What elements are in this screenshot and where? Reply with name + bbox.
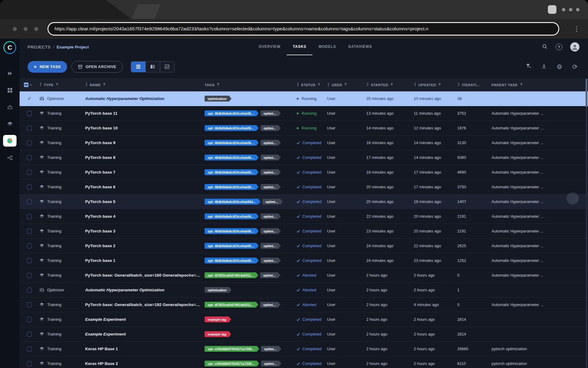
filter-icon[interactable] <box>520 83 523 87</box>
filter-icon[interactable] <box>344 83 347 87</box>
row-checkbox[interactable] <box>27 214 32 219</box>
row-checkbox-checked-icon[interactable]: ✓ <box>27 96 31 101</box>
row-checkbox[interactable] <box>27 347 32 351</box>
split-view-icon[interactable] <box>145 62 160 72</box>
table-row[interactable]: TrainingPyTorch base 11opt: 48db0b8a6c82… <box>20 106 588 121</box>
window-button-icon[interactable] <box>548 5 556 14</box>
download-icon[interactable] <box>541 63 547 70</box>
tab-overview[interactable]: OVERVIEW <box>252 39 287 55</box>
chart-view-icon[interactable] <box>160 62 174 72</box>
select-all-caret-icon[interactable]: ▾ <box>30 83 32 86</box>
sort-icon[interactable] <box>366 82 369 87</box>
sort-icon[interactable] <box>414 82 417 87</box>
row-checkbox[interactable] <box>27 332 32 337</box>
task-name[interactable]: PyTorch base 8 <box>85 155 115 160</box>
row-checkbox[interactable] <box>27 126 32 131</box>
column-header-status[interactable]: STATUS <box>296 82 327 87</box>
double-chevron-icon[interactable] <box>3 67 17 79</box>
pipelines-icon[interactable] <box>3 152 17 163</box>
tab-tasks[interactable]: TASKS <box>287 39 312 55</box>
task-name[interactable]: PyTorch base: General/batch_size=160 Gen… <box>85 273 203 278</box>
task-name[interactable]: Example Experiment <box>85 317 126 322</box>
table-view-icon[interactable] <box>131 62 145 72</box>
table-row[interactable]: TrainingPyTorch base 8opt: 48db0b8a6c824… <box>20 150 588 165</box>
sort-icon[interactable] <box>85 82 88 87</box>
row-checkbox[interactable] <box>27 302 32 307</box>
breadcrumb-current[interactable]: Example Project <box>57 45 89 49</box>
vertical-scrollbar[interactable] <box>586 78 587 368</box>
task-name[interactable]: Keras HP Base 1 <box>85 347 118 351</box>
table-row[interactable]: TrainingPyTorch base 3opt: 48db0b8a6c824… <box>20 224 588 239</box>
task-name[interactable]: PyTorch base 10 <box>85 126 118 130</box>
table-row[interactable]: OptimizerAutomatic Hyperparameter Optimi… <box>20 283 588 297</box>
table-row[interactable]: TrainingPyTorch base 10opt: 48db0b8a6c82… <box>20 121 588 136</box>
table-row[interactable]: TrainingPyTorch base 9opt: 48db0b8a6c824… <box>20 136 588 150</box>
row-checkbox[interactable] <box>27 273 32 278</box>
tab-models[interactable]: MODELS <box>312 39 342 55</box>
task-name[interactable]: PyTorch base 1 <box>85 258 115 263</box>
url-bar[interactable]: https://app.clear.ml/projects/2043a1657f… <box>47 22 559 36</box>
filter-icon[interactable] <box>317 83 321 87</box>
table-row[interactable]: TrainingPyTorch base: General/batch_size… <box>20 297 588 312</box>
task-name[interactable]: PyTorch base 6 <box>85 185 115 189</box>
task-name[interactable]: PyTorch base 9 <box>85 140 115 145</box>
filter-icon[interactable] <box>217 83 220 87</box>
row-checkbox[interactable] <box>27 243 32 248</box>
column-header-updated[interactable]: UPDATED <box>414 82 457 87</box>
task-name[interactable]: Automatic Hyperparameter Optimization <box>85 96 164 101</box>
task-name[interactable]: Automatic Hyperparameter Optimization <box>85 288 164 292</box>
breadcrumb-root[interactable]: PROJECTS <box>28 45 51 49</box>
row-checkbox[interactable] <box>27 185 32 190</box>
task-name[interactable]: PyTorch base 5 <box>85 199 115 204</box>
filter-reset-icon[interactable] <box>526 63 531 70</box>
select-all-checkbox[interactable] <box>24 82 28 87</box>
task-name[interactable]: Keras HP Base 2 <box>85 361 118 366</box>
sort-icon[interactable] <box>296 82 299 87</box>
filter-icon[interactable] <box>103 83 106 87</box>
row-checkbox[interactable] <box>27 317 32 322</box>
table-row[interactable]: TrainingPyTorch base: General/batch_size… <box>20 268 588 283</box>
help-icon[interactable]: ? <box>556 44 562 50</box>
column-header-started[interactable]: STARTED <box>366 82 414 87</box>
applications-icon[interactable] <box>3 135 17 147</box>
task-name[interactable]: PyTorch base 2 <box>85 243 115 248</box>
filter-icon[interactable] <box>438 83 441 87</box>
row-checkbox[interactable] <box>27 199 32 204</box>
table-row[interactable]: ✓OptimizerAutomatic Hyperparameter Optim… <box>20 91 588 106</box>
task-name[interactable]: Example Experiment <box>85 332 126 336</box>
task-name[interactable]: PyTorch base 3 <box>85 229 115 233</box>
task-name[interactable]: PyTorch base 4 <box>85 214 115 219</box>
browser-menu-icon[interactable]: ⋮ <box>573 25 580 32</box>
clearml-logo-icon[interactable]: C <box>3 41 16 54</box>
layers-icon[interactable] <box>3 118 17 130</box>
scroll-fab[interactable] <box>567 192 579 205</box>
row-checkbox[interactable] <box>27 361 32 366</box>
window-controls[interactable] <box>562 8 579 11</box>
row-checkbox[interactable] <box>27 229 32 234</box>
row-checkbox[interactable] <box>27 155 32 160</box>
task-name[interactable]: PyTorch base 11 <box>85 111 118 116</box>
column-header-parent-task[interactable]: PARENT TASK <box>492 83 588 87</box>
column-header-name[interactable]: NAME <box>85 82 205 87</box>
filter-icon[interactable] <box>55 83 59 87</box>
column-header-tags[interactable]: TAGS <box>205 83 296 87</box>
new-task-button[interactable]: + NEW TASK <box>28 61 67 73</box>
bot-icon[interactable] <box>3 101 17 113</box>
sort-icon[interactable] <box>327 82 330 87</box>
row-checkbox[interactable] <box>27 258 32 263</box>
task-name[interactable]: PyTorch base 7 <box>85 170 115 174</box>
filter-icon[interactable] <box>390 83 394 87</box>
table-row[interactable]: TrainingPyTorch base 4opt: 48db0b8a6c824… <box>20 209 588 224</box>
row-checkbox[interactable] <box>27 170 32 175</box>
table-row[interactable]: TrainingExample Experimentexample tagCom… <box>20 327 588 342</box>
column-header-type[interactable]: TYPE <box>39 82 85 87</box>
open-archive-button[interactable]: OPEN ARCHIVE <box>71 61 123 73</box>
settings-gear-icon[interactable]: ⚙ <box>557 63 563 70</box>
window-control-dots[interactable] <box>13 27 38 31</box>
avatar[interactable] <box>570 42 579 52</box>
table-row[interactable]: TrainingKeras HP Base 1opt: e205d684f795… <box>20 342 588 356</box>
tab-dataviews[interactable]: DATAVIEWS <box>342 39 378 55</box>
table-row[interactable]: TrainingKeras HP Base 2opt: e205d684f795… <box>20 356 588 368</box>
table-row[interactable]: TrainingPyTorch base 2opt: 48db0b8a6c824… <box>20 239 588 253</box>
column-header-user[interactable]: USER <box>327 82 366 87</box>
